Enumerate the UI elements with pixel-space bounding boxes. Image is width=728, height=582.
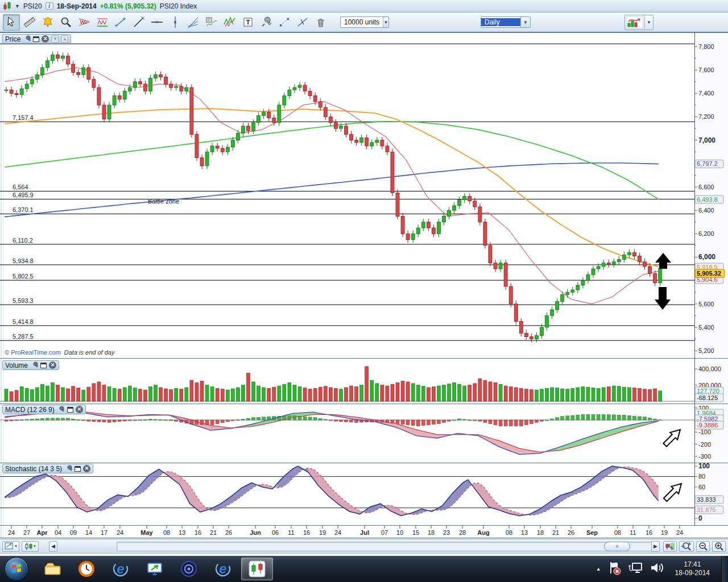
taskbar-app-internet-explorer[interactable]: e [105,558,136,580]
svg-text:-100: -100 [698,429,711,435]
price-panel-header: Price ✕ ▼ ▲ [2,34,71,44]
zoom-fit-button[interactable] [679,541,694,552]
wrench-icon[interactable] [64,465,72,472]
info-icon[interactable]: i [46,2,53,10]
svg-text:5,593.3: 5,593.3 [13,297,34,304]
window-icon[interactable] [67,407,73,413]
close-icon[interactable]: ✕ [49,361,56,369]
wrench-icon[interactable] [23,35,31,43]
svg-text:Jun: Jun [250,529,261,536]
timeframe-value: Daily [481,18,520,26]
window-icon[interactable] [33,36,39,42]
macd-panel-header: MACD (12 26 9) ✕ [2,405,86,414]
tool-vertical-line-button[interactable] [167,14,184,31]
tool-select-button[interactable] [3,14,20,31]
drawing-toolbar: T 10000 units ▼ Daily ▼ ▼ [0,13,728,32]
svg-text:08: 08 [614,529,621,536]
tool-pattern-button[interactable] [76,14,93,31]
timeframe-dropdown-arrow-icon[interactable]: ▼ [520,17,530,27]
symbol-label: PSI20 [23,2,42,10]
scale-mode-button[interactable]: ▾ [2,541,19,552]
svg-text:24: 24 [117,529,123,536]
macd-panel-title: MACD (12 26 9) [5,406,55,414]
taskbar-app-folder[interactable] [36,558,68,580]
scroll-right-button[interactable]: ▶ [651,541,660,552]
svg-text:17: 17 [101,529,107,536]
move-up-icon[interactable]: ▲ [61,35,68,43]
timeframe-dropdown[interactable]: Daily ▼ [481,16,531,28]
tool-trendline-button[interactable] [130,14,147,31]
taskbar-app-media-app[interactable] [173,558,205,580]
units-dropdown-arrow-icon[interactable]: ▼ [383,17,388,27]
taskbar-app-internet-explorer-2[interactable]: e [207,558,239,580]
tray-expand-icon[interactable]: ▲ [596,566,601,572]
close-icon[interactable]: ✕ [42,35,49,43]
network-icon[interactable] [627,560,643,577]
scroll-left-button[interactable]: ◀ [49,541,57,552]
tool-text-button[interactable]: T [239,14,257,31]
svg-text:-68.125: -68.125 [697,394,718,401]
svg-text:21: 21 [210,529,217,536]
volume-panel-header: Volume ✕ [2,360,59,370]
tool-zigzag-button[interactable] [221,14,238,31]
instrument-dropdown-arrow-icon[interactable]: ▼ [15,3,20,9]
tool-ruler-button[interactable] [21,14,38,31]
close-icon[interactable]: ✕ [76,406,83,413]
tool-channel-button[interactable] [94,14,111,31]
tool-alarm-button[interactable] [39,14,56,31]
action-center-icon[interactable] [607,560,622,577]
volume-icon[interactable] [649,560,664,577]
tool-horizontal-line-button[interactable] [148,14,166,31]
tool-buttons: T [2,14,330,31]
tool-tools-button[interactable] [258,14,275,31]
move-down-icon[interactable]: ▼ [51,35,59,43]
taskbar-app-clock[interactable] [71,558,102,580]
scrollbar-track[interactable] [117,542,658,551]
windows-taskbar: ee ▲ 17:41 18-09-2014 [0,556,728,582]
tool-regression-button[interactable] [203,14,220,31]
svg-text:e: e [219,561,226,576]
folder-icon [43,559,62,579]
zoom-in-button[interactable] [712,541,726,552]
units-dropdown[interactable]: 10000 units ▼ [340,16,389,28]
chart-settings-button[interactable] [663,541,677,552]
svg-text:100: 100 [698,462,710,470]
wrench-icon[interactable] [30,361,38,369]
svg-text:15: 15 [412,529,419,536]
taskbar-app-remote-desktop[interactable] [139,558,171,580]
data-note: Data is end of day [64,349,115,356]
show-desktop-button[interactable] [721,556,728,582]
close-icon[interactable]: ✕ [83,465,90,472]
zigzag-icon [224,16,236,28]
tool-dotted-segment-button[interactable] [276,14,293,31]
tool-fan-lines-button[interactable] [185,14,202,31]
tool-cross-line-button[interactable] [294,14,311,31]
pattern-icon [78,16,90,28]
start-button[interactable] [5,557,28,581]
chart-style-button[interactable]: ▼ [624,15,653,30]
clock-icon [77,559,96,579]
zoom-out-button[interactable] [696,541,710,552]
horizontal-line-icon [151,16,163,28]
regression-icon [205,16,218,28]
tool-zoom-button[interactable] [57,14,75,31]
bar-spacing-button[interactable]: ▾ [22,541,39,552]
svg-text:e: e [117,561,124,576]
copyright-line: © ProRealTime.comData is end of day [5,349,114,356]
chart-style-dropdown-arrow-icon[interactable]: ▼ [644,15,653,30]
taskbar-clock[interactable]: 17:41 18-09-2014 [675,560,710,577]
svg-text:11: 11 [630,529,636,536]
svg-text:13: 13 [521,529,528,536]
svg-text:07: 07 [381,529,388,536]
svg-text:09: 09 [70,529,77,536]
taskbar-app-chart-app[interactable] [241,558,273,580]
wrench-icon[interactable] [57,406,65,413]
window-icon[interactable] [75,466,81,472]
svg-text:06: 06 [272,529,279,536]
window-icon[interactable] [40,363,47,368]
price-change: +0.81% (5,905.32) [100,2,156,10]
tool-delete-button[interactable] [312,14,329,31]
svg-text:Jul: Jul [360,529,369,536]
scrollbar-thumb[interactable]: ≡ [604,542,630,551]
tool-segment-button[interactable] [112,14,129,31]
